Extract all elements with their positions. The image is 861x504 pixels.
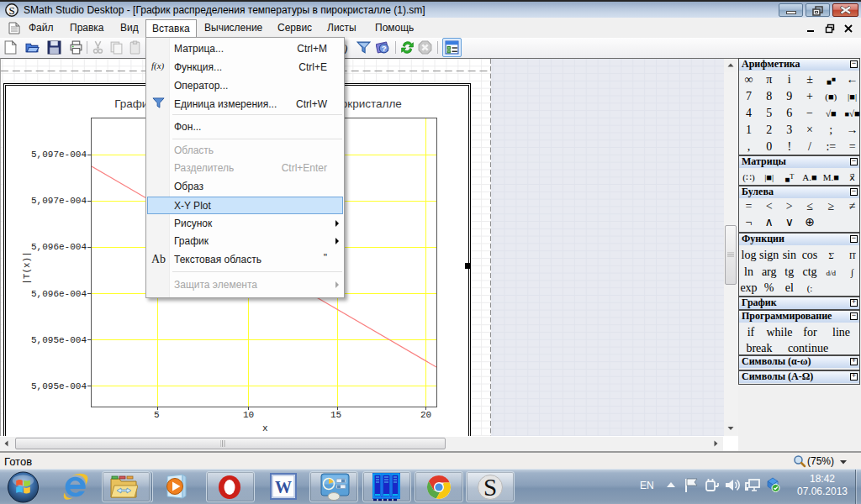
svg-text:W: W xyxy=(275,478,292,496)
svg-text:S: S xyxy=(483,474,497,501)
svg-text:?: ? xyxy=(382,44,387,53)
svg-text:S: S xyxy=(8,4,14,17)
